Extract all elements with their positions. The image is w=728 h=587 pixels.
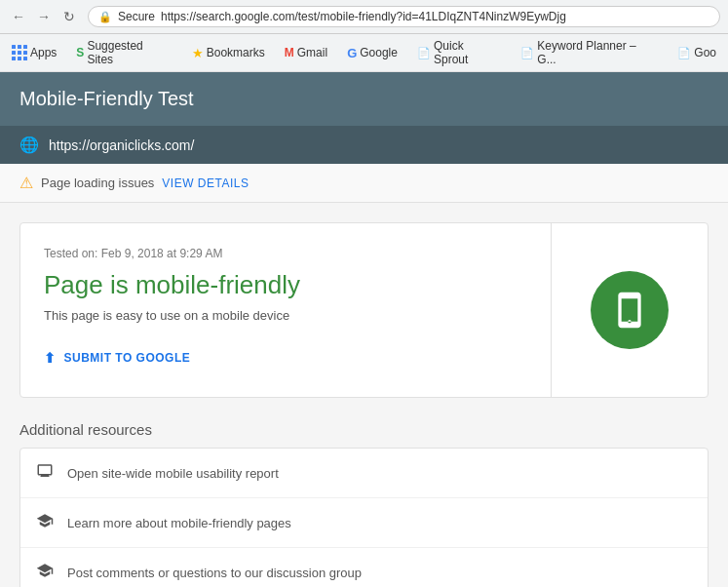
warning-triangle-icon: ⚠: [19, 174, 33, 192]
refresh-button[interactable]: ↻: [58, 6, 80, 27]
result-card: Tested on: Feb 9, 2018 at 9:29 AM Page i…: [19, 222, 709, 398]
page-icon-1: 📄: [417, 47, 431, 59]
address-url: https://search.google.com/test/mobile-fr…: [161, 10, 566, 23]
view-details-link[interactable]: VIEW DETAILS: [162, 176, 249, 190]
suggested-icon: S: [76, 46, 84, 59]
resource-card: Open site-wide mobile usability report L…: [19, 448, 709, 587]
section-title: Additional resources: [19, 421, 709, 438]
upload-icon: ⬆: [44, 350, 57, 366]
graduation-icon-2: [36, 562, 54, 583]
page-icon-3: 📄: [677, 47, 691, 59]
additional-resources: Additional resources Open site-wide mobi…: [19, 421, 709, 587]
monitor-icon: [36, 462, 54, 484]
gmail-icon: M: [285, 46, 294, 59]
bookmark-gmail-label: Gmail: [297, 46, 327, 59]
resource-text-discussion: Post comments or questions to our discus…: [67, 566, 362, 580]
tested-date: Tested on: Feb 9, 2018 at 9:29 AM: [44, 247, 527, 260]
star-icon: ★: [192, 46, 204, 60]
smartphone-svg: [610, 291, 649, 330]
bookmark-quick-sprout[interactable]: 📄 Quick Sprout: [413, 37, 505, 68]
bookmark-google[interactable]: G Google: [343, 44, 402, 62]
graduation-icon-1: [36, 512, 54, 533]
main-content: Tested on: Feb 9, 2018 at 9:29 AM Page i…: [0, 203, 728, 587]
bookmark-goo-label: Goo: [694, 46, 716, 59]
bookmark-suggested-label: Suggested Sites: [87, 39, 172, 66]
google-icon: G: [347, 46, 357, 60]
url-bar: 🌐 https://organiclicks.com/: [0, 126, 728, 164]
resource-text-learn: Learn more about mobile-friendly pages: [67, 516, 291, 530]
submit-label: SUBMIT TO GOOGLE: [64, 351, 191, 365]
bookmark-quick-sprout-label: Quick Sprout: [434, 39, 501, 66]
submit-to-google-button[interactable]: ⬆ SUBMIT TO GOOGLE: [44, 342, 190, 373]
result-subtext: This page is easy to use on a mobile dev…: [44, 308, 527, 323]
bookmarks-bar: Apps S Suggested Sites ★ Bookmarks M Gma…: [0, 34, 728, 72]
result-heading: Page is mobile-friendly: [44, 270, 527, 300]
bookmark-keyword-planner-label: Keyword Planner – G...: [537, 39, 658, 66]
bookmark-apps-label: Apps: [30, 46, 57, 59]
address-bar[interactable]: 🔒 Secure https://search.google.com/test/…: [88, 6, 720, 27]
tested-url: https://organiclicks.com/: [49, 137, 194, 153]
page-title: Mobile-Friendly Test: [19, 88, 709, 110]
apps-grid-icon: [12, 45, 27, 60]
bookmark-goo[interactable]: 📄 Goo: [673, 44, 720, 61]
page-header: Mobile-Friendly Test: [0, 72, 728, 126]
mobile-friendly-icon: [591, 271, 669, 349]
bookmark-suggested[interactable]: S Suggested Sites: [72, 37, 175, 68]
result-left: Tested on: Feb 9, 2018 at 9:29 AM Page i…: [20, 223, 552, 397]
result-right: [552, 223, 708, 397]
bookmark-bookmarks-label: Bookmarks: [207, 46, 265, 59]
forward-button[interactable]: →: [33, 6, 55, 27]
bookmark-gmail[interactable]: M Gmail: [281, 44, 331, 61]
back-button[interactable]: ←: [8, 6, 29, 27]
page-icon-2: 📄: [520, 47, 534, 59]
bookmark-google-label: Google: [360, 46, 398, 59]
bookmark-keyword-planner[interactable]: 📄 Keyword Planner – G...: [517, 37, 662, 68]
nav-buttons: ← → ↻: [8, 6, 80, 27]
bookmark-bookmarks[interactable]: ★ Bookmarks: [188, 44, 269, 62]
browser-toolbar: ← → ↻ 🔒 Secure https://search.google.com…: [0, 0, 728, 34]
resource-item-discussion[interactable]: Post comments or questions to our discus…: [20, 548, 708, 587]
secure-icon: 🔒: [98, 11, 112, 23]
warning-bar: ⚠ Page loading issues VIEW DETAILS: [0, 164, 728, 203]
secure-label: Secure: [118, 10, 155, 23]
resource-text-usability: Open site-wide mobile usability report: [67, 466, 279, 481]
resource-item-learn[interactable]: Learn more about mobile-friendly pages: [20, 498, 708, 548]
resource-item-usability[interactable]: Open site-wide mobile usability report: [20, 449, 708, 498]
globe-icon: 🌐: [19, 136, 39, 154]
bookmark-apps[interactable]: Apps: [8, 43, 60, 62]
warning-text: Page loading issues: [41, 176, 154, 190]
